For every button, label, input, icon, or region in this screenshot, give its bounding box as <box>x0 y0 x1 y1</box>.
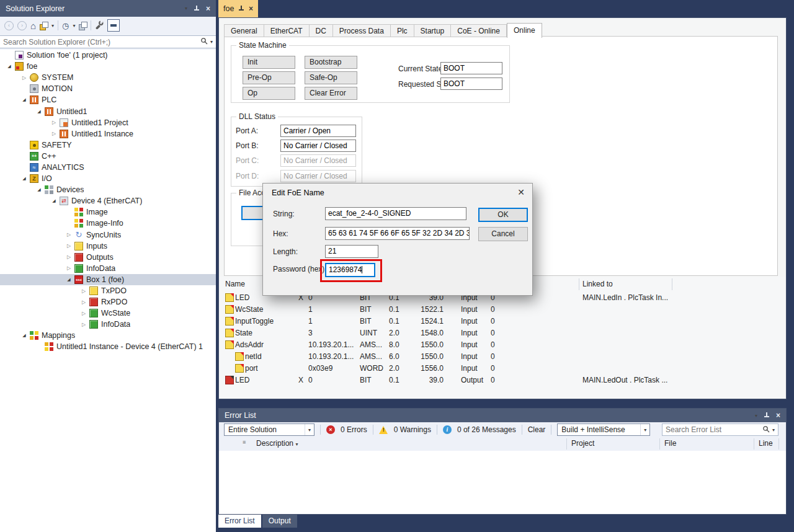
expand-arrow-icon[interactable]: ▷ <box>79 288 88 294</box>
tree-item-untitled1-instance-device-4-ethercat-1[interactable]: Untitled1 Instance - Device 4 (EtherCAT)… <box>0 341 216 352</box>
close-icon[interactable]: × <box>206 6 210 12</box>
column-separator[interactable] <box>566 438 567 450</box>
collapse-arrow-icon[interactable]: ◢ <box>20 333 29 338</box>
page-tab-general[interactable]: General <box>224 24 264 37</box>
expand-arrow-icon[interactable]: ▷ <box>65 265 73 271</box>
page-tab-coe-online[interactable]: CoE - Online <box>451 24 507 37</box>
collapse-arrow-icon[interactable]: ◢ <box>20 97 29 102</box>
pre-op-button[interactable]: Pre-Op <box>243 71 295 84</box>
tree-item-image-info[interactable]: Image-Info <box>0 218 216 229</box>
tree-item-plc[interactable]: ◢PLC <box>0 94 216 105</box>
collapse-arrow-icon[interactable]: ◢ <box>35 187 43 192</box>
column-separator[interactable] <box>672 278 672 290</box>
hex-field[interactable]: 65 63 61 74 5F 66 6F 65 5F 32 2D 34 2D 3… <box>325 227 470 240</box>
page-tab-dc[interactable]: DC <box>310 24 333 37</box>
safe-op-button[interactable]: Safe-Op <box>305 71 357 84</box>
column-separator[interactable] <box>579 278 579 290</box>
tree-item-mappings[interactable]: ◢Mappings <box>0 330 216 341</box>
table-row-adsaddr[interactable]: AdsAddr10.193.20.1...AMS...8.01550.0Inpu… <box>219 339 786 351</box>
table-row-netid[interactable]: netId10.193.20.1...AMS...6.01550.0Input0 <box>219 351 786 363</box>
tree-item-untitled1[interactable]: ◢Untitled1 <box>0 105 216 117</box>
back-icon[interactable]: ‹ <box>4 21 14 30</box>
expand-arrow-icon[interactable]: ▷ <box>79 322 88 327</box>
build-intellisense-combo[interactable]: Build + IntelliSense ▾ <box>557 423 650 436</box>
tree-item-syncunits[interactable]: ▷SyncUnits <box>0 229 216 241</box>
expand-arrow-icon[interactable]: ▷ <box>79 299 88 305</box>
messages-count[interactable]: 0 of 26 Messages <box>457 425 516 434</box>
page-tab-startup[interactable]: Startup <box>414 24 452 37</box>
password-field[interactable]: 12369874 <box>325 263 375 277</box>
search-icon[interactable] <box>200 37 208 47</box>
expand-arrow-icon[interactable]: ▷ <box>65 232 73 237</box>
tree-item-i-o[interactable]: ◢I/O <box>0 173 216 184</box>
table-row-inputtoggle[interactable]: InputToggle1BIT0.11524.1Input0 <box>219 316 786 327</box>
pending-changes-filter-icon[interactable]: ◷ <box>62 21 69 30</box>
tab-output[interactable]: Output <box>262 515 297 528</box>
error-list-search-input[interactable]: Search Error List ▾ <box>662 423 778 436</box>
collapse-arrow-icon[interactable]: ◢ <box>5 64 14 69</box>
collapse-arrow-icon[interactable]: ◢ <box>65 277 73 282</box>
tree-item-wcstate[interactable]: ▷WcState <box>0 308 216 319</box>
tree-item-c[interactable]: C++ <box>0 151 216 162</box>
column-header-name[interactable]: Name <box>225 278 245 290</box>
expand-arrow-icon[interactable]: ▷ <box>79 311 88 316</box>
document-tab-foe[interactable]: foe × <box>218 0 258 17</box>
tree-item-outputs[interactable]: ▷Outputs <box>0 252 216 263</box>
sync-with-active-document-icon[interactable] <box>79 22 87 30</box>
forward-icon[interactable]: › <box>17 21 27 30</box>
warnings-count[interactable]: 0 Warnings <box>394 425 431 434</box>
tab-pin-icon[interactable] <box>238 6 244 12</box>
filter-dropdown-icon[interactable]: ▾ <box>73 23 75 29</box>
tree-item-analytics[interactable]: ANALYTICS <box>0 162 216 173</box>
init-button[interactable]: Init <box>243 56 295 69</box>
tree-item-rxpdo[interactable]: ▷RxPDO <box>0 296 216 308</box>
page-tab-plc[interactable]: Plc <box>391 24 414 37</box>
search-options-dropdown-icon[interactable]: ▾ <box>772 427 775 433</box>
op-button[interactable]: Op <box>243 87 295 100</box>
tree-item-motion[interactable]: MOTION <box>0 83 216 94</box>
window-position-icon[interactable]: ▾ <box>185 6 187 11</box>
tree-item-image[interactable]: Image <box>0 206 216 218</box>
expand-arrow-icon[interactable]: ▷ <box>65 254 73 260</box>
page-tab-online[interactable]: Online <box>507 23 542 38</box>
tree-item-infodata[interactable]: ▷InfoData <box>0 263 216 274</box>
clear-button[interactable]: Clear <box>528 425 546 434</box>
string-field[interactable]: ecat_foe_2-4-0_SIGNED <box>325 207 466 220</box>
switch-views-dropdown-icon[interactable]: ▾ <box>51 23 54 29</box>
table-row-wcstate[interactable]: WcState1BIT0.11522.1Input0 <box>219 304 786 316</box>
expand-arrow-icon[interactable]: ▷ <box>50 120 58 125</box>
collapse-arrow-icon[interactable]: ◢ <box>35 109 43 114</box>
properties-wrench-icon[interactable] <box>95 20 104 31</box>
column-header-project[interactable]: Project <box>571 439 594 448</box>
tree-item-device-4-ethercat[interactable]: ◢Device 4 (EtherCAT) <box>0 195 216 206</box>
expand-arrow-icon[interactable]: ▷ <box>50 131 58 136</box>
columns-options-icon[interactable]: ≡ <box>243 439 246 445</box>
clear-error-button[interactable]: Clear Error <box>305 87 357 100</box>
collapse-arrow-icon[interactable]: ◢ <box>50 198 58 203</box>
tree-item-untitled1-project[interactable]: ▷Untitled1 Project <box>0 117 216 128</box>
tree-item-foe[interactable]: ◢foe <box>0 61 216 72</box>
switch-views-icon[interactable] <box>40 22 48 30</box>
pin-icon[interactable] <box>764 412 770 419</box>
tree-item-safety[interactable]: SAFETY <box>0 140 216 151</box>
table-row-state[interactable]: State3UINT2.01548.0Input0 <box>219 327 786 339</box>
scope-filter-combo[interactable]: Entire Solution ▾ <box>224 423 314 436</box>
dialog-close-icon[interactable]: ✕ <box>517 187 525 197</box>
bootstrap-button[interactable]: Bootstrap <box>305 56 357 69</box>
pin-icon[interactable] <box>194 6 200 12</box>
window-position-icon[interactable]: ▾ <box>755 413 757 419</box>
tree-item-solution-foe-1-project[interactable]: Solution 'foe' (1 project) <box>0 50 216 61</box>
tree-item-txpdo[interactable]: ▷TxPDO <box>0 285 216 296</box>
preview-selected-items-toggle[interactable] <box>107 19 120 32</box>
tab-close-icon[interactable]: × <box>249 6 253 12</box>
search-options-dropdown-icon[interactable]: ▾ <box>210 39 213 45</box>
tree-item-box-1-foe[interactable]: ◢Box 1 (foe) <box>0 274 216 285</box>
tree-item-system[interactable]: ▷SYSTEM <box>0 72 216 83</box>
tab-error-list[interactable]: Error List <box>218 515 261 528</box>
table-row-port[interactable]: port0x03e9WORD2.01556.0Input0 <box>219 363 786 375</box>
cancel-button[interactable]: Cancel <box>478 227 528 241</box>
ok-button[interactable]: OK <box>478 208 528 222</box>
page-tab-ethercat[interactable]: EtherCAT <box>264 24 310 37</box>
length-field[interactable]: 21 <box>325 245 378 258</box>
expand-arrow-icon[interactable]: ▷ <box>65 243 73 249</box>
